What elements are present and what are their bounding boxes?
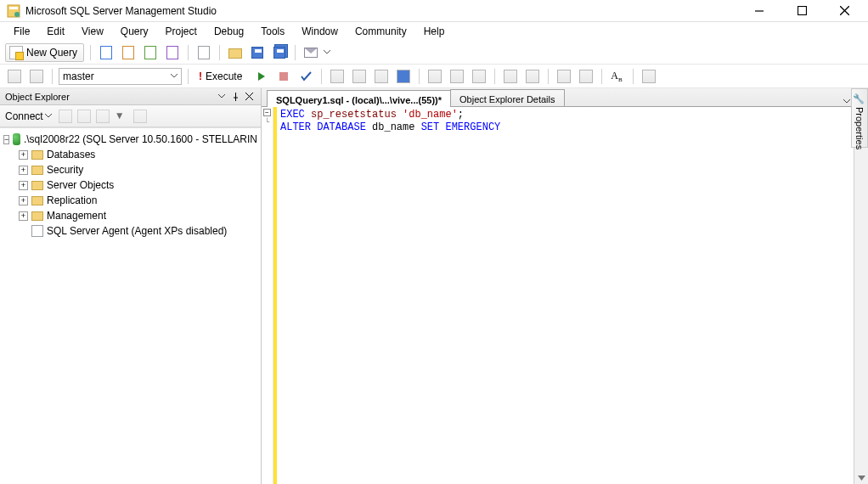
tree-databases-node[interactable]: + Databases (3, 147, 257, 162)
menu-tools[interactable]: Tools (252, 24, 293, 39)
node-label: Security (47, 164, 83, 176)
toolbar-button-3[interactable] (372, 67, 391, 86)
uncomment-icon (526, 70, 539, 83)
database-combo[interactable]: master (59, 68, 182, 85)
results-grid-button[interactable] (426, 67, 444, 86)
connection-icon (8, 70, 21, 83)
tab-object-explorer-details[interactable]: Object Explorer Details (450, 89, 565, 106)
comment-button[interactable] (501, 67, 520, 86)
object-explorer-header: Object Explorer (0, 88, 261, 105)
menu-help[interactable]: Help (415, 24, 454, 39)
open-folder-button-2[interactable] (226, 43, 245, 62)
connect-button[interactable]: Connect (5, 110, 52, 122)
open-folder-button-1[interactable] (194, 43, 213, 62)
new-file-button-2[interactable] (119, 43, 138, 62)
agent-icon (31, 225, 43, 237)
outline-collapse-icon[interactable]: − (263, 109, 271, 116)
menu-community[interactable]: Community (347, 24, 415, 39)
stop-button[interactable] (274, 67, 293, 86)
close-button[interactable] (832, 3, 856, 20)
outdent-button[interactable] (577, 67, 595, 86)
wrench-icon: 🔧 (854, 93, 865, 104)
node-label: SQL Server Agent (Agent XPs disabled) (47, 225, 227, 237)
connect-label: Connect (5, 110, 43, 122)
expander-icon[interactable]: + (19, 166, 28, 175)
tab-sqlquery[interactable]: SQLQuery1.sql - (local)\...\vive...(55))… (267, 90, 451, 107)
new-file-button-1[interactable] (97, 43, 116, 62)
document-icon (122, 46, 134, 59)
results-text-button[interactable] (448, 67, 466, 86)
parse-button[interactable] (296, 67, 315, 86)
title-bar: Microsoft SQL Server Management Studio (0, 0, 868, 22)
scroll-down-button[interactable] (855, 471, 868, 484)
expander-icon[interactable]: + (19, 150, 28, 160)
disconnect-button[interactable] (27, 67, 46, 86)
menu-query[interactable]: Query (112, 24, 157, 39)
menu-file[interactable]: File (5, 24, 38, 39)
save-button[interactable] (248, 43, 267, 62)
indent-button[interactable] (555, 67, 573, 86)
properties-panel-collapsed[interactable]: 🔧 Properties (851, 88, 868, 148)
tab-dropdown-button[interactable] (843, 94, 850, 106)
execute-button[interactable]: ! Execute (194, 67, 249, 86)
editor-area: SQLQuery1.sql - (local)\...\vive...(55))… (262, 88, 868, 484)
toolbar-button-2[interactable] (350, 67, 369, 86)
tree-server-objects-node[interactable]: + Server Objects (3, 177, 257, 193)
new-file-button-3[interactable] (141, 43, 160, 62)
minimize-button[interactable] (747, 3, 771, 20)
change-connection-button[interactable] (5, 67, 24, 86)
expander-icon[interactable]: + (19, 196, 28, 205)
expander-icon[interactable]: + (19, 211, 28, 221)
expander-icon[interactable]: + (19, 181, 28, 190)
folder-icon (31, 150, 43, 160)
main-area: Object Explorer Connect ▼ − .\s (0, 88, 868, 484)
tree-replication-node[interactable]: + Replication (3, 193, 257, 208)
menu-debug[interactable]: Debug (206, 24, 252, 39)
node-label: Management (47, 210, 106, 222)
tree-management-node[interactable]: + Management (3, 208, 257, 223)
values-icon: AB (611, 70, 624, 83)
generic-icon (330, 70, 344, 83)
pin-button[interactable] (228, 91, 242, 103)
tree-agent-node[interactable]: SQL Server Agent (Agent XPs disabled) (3, 223, 257, 239)
tree-security-node[interactable]: + Security (3, 162, 257, 177)
close-panel-button[interactable] (242, 91, 256, 103)
code-editor[interactable]: − └ EXEC sp_resetstatus 'db_name'; ALTER… (262, 107, 868, 484)
svg-rect-1 (9, 7, 18, 9)
maximize-button[interactable] (790, 3, 814, 20)
window-controls (747, 3, 861, 20)
connect-bar: Connect ▼ (0, 105, 261, 127)
document-icon (166, 46, 178, 59)
window-title: Microsoft SQL Server Management Studio (25, 5, 747, 17)
mail-button[interactable] (302, 43, 320, 62)
save-all-button[interactable] (270, 43, 289, 62)
code-content[interactable]: EXEC sp_resetstatus 'db_name'; ALTER DAT… (273, 107, 854, 484)
menu-edit[interactable]: Edit (38, 24, 73, 39)
generic-icon (352, 70, 366, 83)
panel-dropdown-button[interactable] (215, 91, 228, 103)
tree-server-node[interactable]: − .\sql2008r22 (SQL Server 10.50.1600 - … (3, 132, 257, 147)
disconnect-icon[interactable] (77, 110, 91, 123)
results-file-button[interactable] (470, 67, 488, 86)
floppy-icon (273, 47, 285, 59)
svg-rect-4 (798, 7, 806, 15)
stop-icon[interactable] (96, 110, 110, 123)
expander-icon[interactable]: − (3, 135, 9, 144)
menu-window[interactable]: Window (293, 24, 347, 39)
connect-icon[interactable] (59, 110, 72, 123)
new-query-label: New Query (26, 47, 77, 59)
menu-project[interactable]: Project (157, 24, 206, 39)
vertical-scrollbar[interactable] (854, 107, 868, 484)
specify-values-button[interactable]: AB (608, 67, 627, 86)
new-query-button[interactable]: New Query (5, 43, 84, 62)
toolbar-button-last[interactable] (640, 67, 658, 86)
menu-view[interactable]: View (73, 24, 112, 39)
toolbar-button-1[interactable] (328, 67, 347, 86)
uncomment-button[interactable] (523, 67, 542, 86)
filter-icon[interactable]: ▼ (115, 110, 128, 123)
new-file-button-4[interactable] (163, 43, 182, 62)
toolbar-button-4[interactable] (394, 67, 413, 86)
dropdown-arrow-icon[interactable] (324, 49, 330, 56)
refresh-icon[interactable] (133, 110, 147, 123)
debug-button[interactable] (252, 67, 271, 86)
